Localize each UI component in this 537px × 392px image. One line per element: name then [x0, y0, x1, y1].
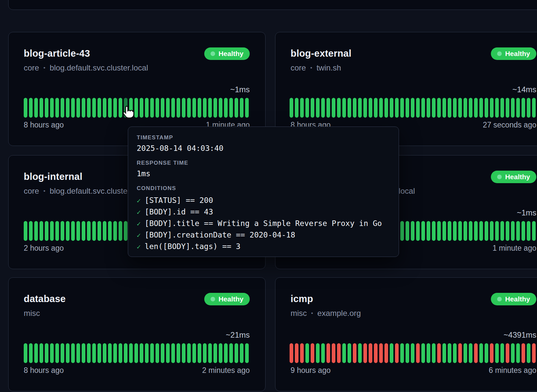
health-bar-down[interactable]: [506, 343, 509, 363]
health-bar-up[interactable]: [416, 221, 420, 241]
health-bar-up[interactable]: [379, 98, 383, 118]
health-bar-up[interactable]: [511, 98, 515, 118]
health-bar-up[interactable]: [442, 98, 446, 118]
health-bar-up[interactable]: [348, 98, 351, 118]
health-bar-up[interactable]: [527, 221, 530, 241]
health-bar-up[interactable]: [161, 98, 164, 118]
health-bar-up[interactable]: [369, 98, 372, 118]
health-bar-up[interactable]: [311, 98, 314, 118]
health-bar-up[interactable]: [474, 221, 478, 241]
health-bar-up[interactable]: [479, 221, 483, 241]
health-bar-up[interactable]: [300, 98, 304, 118]
health-bar-up[interactable]: [442, 343, 446, 363]
health-bar-up[interactable]: [140, 98, 143, 118]
health-bar-up[interactable]: [316, 98, 320, 118]
health-bar-up[interactable]: [448, 343, 451, 363]
health-bar-up[interactable]: [500, 221, 504, 241]
health-bar-up[interactable]: [171, 343, 175, 363]
health-bar-up[interactable]: [40, 221, 43, 241]
health-bar-up[interactable]: [140, 343, 143, 363]
health-bar-up[interactable]: [24, 221, 27, 241]
health-bar-up[interactable]: [245, 343, 249, 363]
health-bar-up[interactable]: [145, 343, 149, 363]
health-bar-down[interactable]: [295, 343, 298, 363]
health-bar-up[interactable]: [453, 98, 457, 118]
health-bar-up[interactable]: [76, 98, 80, 118]
health-bar-up[interactable]: [432, 343, 436, 363]
health-bar-up[interactable]: [400, 98, 404, 118]
health-bar-up[interactable]: [358, 98, 362, 118]
health-bar-up[interactable]: [516, 343, 520, 363]
health-bar-up[interactable]: [29, 98, 33, 118]
health-bar-up[interactable]: [469, 343, 472, 363]
health-bar-up[interactable]: [235, 98, 238, 118]
health-bar-up[interactable]: [34, 221, 38, 241]
health-bar-up[interactable]: [103, 98, 106, 118]
health-bar-up[interactable]: [490, 221, 494, 241]
health-bar-up[interactable]: [119, 98, 122, 118]
health-bar-up[interactable]: [240, 343, 243, 363]
health-bar-up[interactable]: [442, 221, 446, 241]
health-bar-up[interactable]: [453, 343, 457, 363]
health-bar-up[interactable]: [437, 221, 441, 241]
health-bar-up[interactable]: [416, 98, 420, 118]
health-bar-up[interactable]: [348, 343, 351, 363]
health-bar-up[interactable]: [103, 221, 106, 241]
health-bar-up[interactable]: [458, 98, 462, 118]
health-bar-up[interactable]: [432, 221, 436, 241]
health-bar-up[interactable]: [411, 98, 414, 118]
health-bar-down[interactable]: [458, 343, 462, 363]
health-bar-up[interactable]: [61, 343, 64, 363]
health-bar-up[interactable]: [55, 98, 59, 118]
health-bar-down[interactable]: [337, 343, 341, 363]
health-bar-up[interactable]: [203, 98, 207, 118]
health-bar-down[interactable]: [522, 343, 525, 363]
health-bar-up[interactable]: [192, 98, 196, 118]
health-bar-up[interactable]: [240, 98, 243, 118]
health-bar-up[interactable]: [40, 98, 43, 118]
health-bar-up[interactable]: [490, 98, 494, 118]
health-bar-up[interactable]: [469, 221, 472, 241]
health-bar-up[interactable]: [479, 98, 483, 118]
health-bar-up[interactable]: [82, 343, 85, 363]
health-bar-down[interactable]: [416, 343, 420, 363]
health-bar-down[interactable]: [532, 343, 536, 363]
health-bar-up[interactable]: [66, 98, 70, 118]
health-bar-up[interactable]: [208, 98, 212, 118]
health-bar-up[interactable]: [198, 343, 201, 363]
health-bar-up[interactable]: [485, 221, 488, 241]
health-bar-up[interactable]: [516, 221, 520, 241]
health-bar-up[interactable]: [406, 221, 409, 241]
health-bar-up[interactable]: [45, 343, 48, 363]
health-bar-up[interactable]: [464, 221, 467, 241]
health-bar-up[interactable]: [532, 98, 536, 118]
health-bar-up[interactable]: [219, 98, 222, 118]
health-bar-up[interactable]: [485, 343, 488, 363]
health-bar-up[interactable]: [177, 343, 180, 363]
health-bar-up[interactable]: [166, 98, 170, 118]
health-bar-up[interactable]: [406, 98, 409, 118]
health-bar-down[interactable]: [326, 343, 330, 363]
health-bar-up[interactable]: [108, 343, 112, 363]
uptime-bar-chart[interactable]: [290, 343, 536, 363]
health-bar-up[interactable]: [295, 98, 298, 118]
health-bar-up[interactable]: [406, 343, 409, 363]
health-bar-up[interactable]: [119, 221, 122, 241]
health-bar-up[interactable]: [305, 98, 309, 118]
health-bar-up[interactable]: [29, 343, 33, 363]
health-bar-down[interactable]: [300, 343, 304, 363]
health-bar-up[interactable]: [50, 221, 54, 241]
health-bar-up[interactable]: [113, 343, 117, 363]
health-bar-up[interactable]: [45, 221, 48, 241]
health-bar-up[interactable]: [527, 343, 530, 363]
health-bar-up[interactable]: [495, 221, 499, 241]
health-bar-up[interactable]: [321, 98, 325, 118]
health-bar-up[interactable]: [337, 98, 341, 118]
health-bar-down[interactable]: [384, 343, 388, 363]
health-bar-up[interactable]: [187, 98, 191, 118]
health-bar-up[interactable]: [390, 98, 393, 118]
health-bar-up[interactable]: [150, 343, 154, 363]
health-bar-up[interactable]: [522, 98, 525, 118]
health-bar-up[interactable]: [171, 98, 175, 118]
health-bar-up[interactable]: [229, 343, 233, 363]
